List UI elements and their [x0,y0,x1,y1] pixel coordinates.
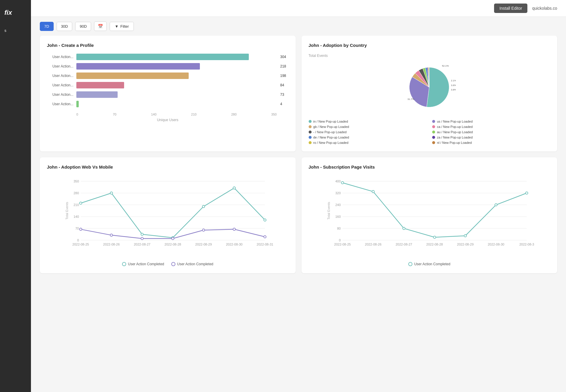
bar-value: 73 [280,93,289,97]
pie-chart-svg: 52.1%31.7%2.1%3.6%3.8% [403,61,456,114]
bar-track [76,54,275,60]
x-axis-label: 2022-08-25 [73,243,89,246]
legend-item: - / New Pop-up Loaded [309,130,427,134]
line-dot [264,236,266,238]
line-legend-4: User Action Completed [309,262,550,266]
bar-track [76,101,275,107]
pie-percent-label: 3.6% [451,84,456,87]
legend-dot [432,120,435,123]
line-dot [110,192,113,194]
30d-button[interactable]: 30D [57,22,73,31]
line-legend-3: User Action CompletedUser Action Complet… [47,262,289,266]
legend-dot [309,136,312,139]
install-editor-button[interactable]: Install Editor [494,4,527,13]
7d-button[interactable]: 7D [40,22,54,31]
line-legend-label: User Action Completed [128,262,164,266]
line-chart-wrap-4: 0801602403204002022-08-252022-08-262022-… [309,175,550,266]
line-dot [464,235,466,237]
bar-x-title: Unique Users [47,118,289,122]
bar-axis-label: 0 [76,113,78,116]
legend-item: gb / New Pop-up Loaded [309,125,427,129]
sidebar-nav-item[interactable]: s [3,25,28,36]
bar-track [76,73,275,79]
bar-value: 218 [280,64,289,68]
y-axis-label: 240 [335,203,340,207]
legend-item: ca / New Pop-up Loaded [432,125,550,129]
bar-label: User Action... [47,93,73,97]
chart4-title: John - Subscription Page Visits [309,164,550,169]
pie-percent-label: 52.1% [442,65,449,67]
pie-slice [427,67,449,107]
legend-label: de / New Pop-up Loaded [313,136,349,139]
line-dot [403,227,405,230]
x-axis-label: 2022-08-27 [134,243,150,246]
y-axis-label: 80 [337,227,340,230]
pie-percent-label: 31.7% [407,98,414,101]
bar-row: User Action...198 [47,73,289,79]
y-axis-label: 140 [73,215,79,218]
line-dot [80,228,82,230]
x-axis-label: 2022-08-28 [164,243,181,246]
bar-row: User Action...304 [47,54,289,60]
filter-label: Filter [120,24,129,29]
line-legend-circle [122,262,126,266]
legend-item: us / New Pop-up Loaded [432,120,550,123]
bar-label: User Action... [47,83,73,87]
y-axis-title: Total Events [327,202,330,220]
x-axis-label: 2022-08-26 [365,243,381,246]
bar-axis-label: 140 [151,113,156,116]
90d-button[interactable]: 90D [75,22,91,31]
bar-fill [76,63,200,70]
y-axis-label: 70 [75,227,79,230]
legend-item: in / New Pop-up Loaded [309,120,427,123]
bar-track [76,63,275,70]
y-axis-label: 280 [73,191,79,195]
bar-track [76,82,275,88]
chart-subscription-visits: John - Subscription Page Visits 08016024… [302,157,557,273]
bar-axis-label: 210 [191,113,196,116]
legend-dot [309,120,312,123]
chart-adoption-country: John - Adoption by Country Total Events … [302,36,557,151]
line-dot [202,229,205,231]
line-dot [495,204,497,206]
legend-label: ro / New Pop-up Loaded [313,141,348,144]
line-legend-label: User Action Completed [177,262,213,266]
x-axis-label: 2022-08-26 [103,243,120,246]
main-content: Install Editor quickolabs.co 7D 30D 90D … [31,0,566,392]
x-axis-label: 2022-08-28 [426,243,443,246]
x-axis-label: 2022-08-3 [519,243,534,246]
legend-item: nl / New Pop-up Loaded [432,141,550,144]
legend-dot [309,125,312,128]
y-axis-label: 0 [77,238,79,242]
legend-item: de / New Pop-up Loaded [309,136,427,139]
line-dot [525,192,528,194]
line-dot [80,202,82,204]
bar-axis-label: 350 [271,113,277,116]
line-chart-3-svg: 0701402102803502022-08-252022-08-262022-… [47,175,289,258]
sidebar: fix s [0,0,31,392]
filter-button[interactable]: ▼ Filter [110,22,134,31]
calendar-button[interactable]: 📅 [94,22,107,31]
line-chart-wrap-3: 0701402102803502022-08-252022-08-262022-… [47,175,289,266]
chart-web-vs-mobile: John - Adoption Web Vs Mobile 0701402102… [40,157,296,273]
line-dot [202,205,205,208]
charts-grid: John - Create a Profile User Action...30… [31,36,566,279]
legend-dot [432,125,435,128]
y-axis-label: 400 [335,179,340,183]
bar-axis-label: 70 [113,113,116,116]
y-axis-label: 160 [335,215,340,218]
line-legend-label: User Action Completed [414,262,450,266]
line-dot [110,234,113,236]
legend-dot [309,131,312,134]
legend-item: au / New Pop-up Loaded [432,130,550,134]
line-dot [372,190,374,193]
bar-label: User Action... [47,64,73,68]
bar-label: User Action... [47,102,73,106]
pie-wrapper: 52.1%31.7%2.1%3.6%3.8% [403,61,456,114]
bar-fill [76,91,118,98]
legend-label: ca / New Pop-up Loaded [437,125,473,129]
sidebar-logo: fix [3,6,28,25]
line-dot [341,182,343,184]
chart-create-profile: John - Create a Profile User Action...30… [40,36,296,151]
legend-label: us / New Pop-up Loaded [437,120,473,123]
